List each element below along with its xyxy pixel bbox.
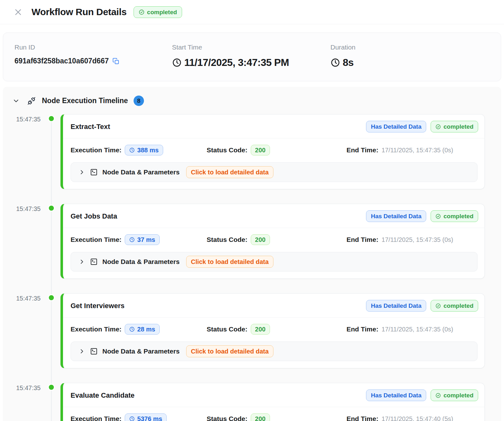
run-id-value: 691af63f258bac10a607d667 xyxy=(14,57,109,65)
chevron-right-icon xyxy=(78,258,85,265)
duration-value: 8s xyxy=(343,57,354,68)
timeline-dot xyxy=(48,294,55,301)
node-name: Evaluate Candidate xyxy=(71,391,366,400)
end-time-value: 17/11/2025, 15:47:35 (0s) xyxy=(381,236,453,243)
clock-icon xyxy=(172,58,182,67)
modal-header: Workflow Run Details completed xyxy=(0,0,504,24)
load-detailed-data-badge[interactable]: Click to load detailed data xyxy=(186,256,273,268)
entry-timestamp: 15:47:35 xyxy=(3,114,41,189)
execution-time-badge: 37 ms xyxy=(125,234,160,245)
has-detailed-data-badge[interactable]: Has Detailed Data xyxy=(366,300,426,312)
node-execution-timeline-section: Node Execution Timeline 8 15:47:35 Extra… xyxy=(3,87,501,421)
end-time-label: End Time: xyxy=(346,415,378,421)
terminal-icon xyxy=(90,168,98,176)
node-data-label: Node Data & Parameters xyxy=(102,168,180,176)
status-code-badge: 200 xyxy=(251,324,270,335)
run-id-label: Run ID xyxy=(14,44,172,51)
entry-timestamp: 15:47:35 xyxy=(3,383,41,421)
timeline-entry: 15:47:35 Extract-Text Has Detailed Data … xyxy=(3,114,501,189)
start-time-value: 11/17/2025, 3:47:35 PM xyxy=(184,57,289,68)
node-count-badge: 8 xyxy=(134,96,144,106)
node-status-badge: completed xyxy=(431,121,478,132)
check-circle-icon xyxy=(139,9,145,15)
timeline-dot xyxy=(48,115,55,122)
status-code-label: Status Code: xyxy=(207,325,248,333)
execution-time-label: Execution Time: xyxy=(71,325,122,333)
check-circle-icon xyxy=(435,213,441,219)
check-circle-icon xyxy=(435,393,441,398)
close-icon[interactable] xyxy=(13,7,23,17)
has-detailed-data-badge[interactable]: Has Detailed Data xyxy=(366,121,426,132)
terminal-icon xyxy=(90,348,98,355)
run-status-badge: completed xyxy=(134,6,182,18)
execution-time-label: Execution Time: xyxy=(71,415,122,421)
node-data-parameters-toggle[interactable]: Node Data & Parameters Click to load det… xyxy=(71,342,478,361)
duration-block: Duration 8s xyxy=(330,44,490,68)
terminal-icon xyxy=(90,258,98,266)
check-circle-icon xyxy=(435,124,441,130)
copy-icon[interactable] xyxy=(112,58,119,65)
has-detailed-data-badge[interactable]: Has Detailed Data xyxy=(366,210,426,222)
node-card: Extract-Text Has Detailed Data completed… xyxy=(60,114,485,189)
node-card: Get Jobs Data Has Detailed Data complete… xyxy=(60,204,485,279)
timeline-dot xyxy=(48,384,55,391)
clock-icon xyxy=(330,58,340,67)
start-time-block: Start Time 11/17/2025, 3:47:35 PM xyxy=(172,44,330,68)
end-time-label: End Time: xyxy=(346,236,378,243)
status-code-badge: 200 xyxy=(251,145,270,155)
chevron-down-icon[interactable] xyxy=(12,97,20,105)
execution-time-label: Execution Time: xyxy=(71,236,122,243)
timeline-entry: 15:47:35 Evaluate Candidate Has Detailed… xyxy=(3,383,501,421)
status-code-label: Status Code: xyxy=(207,146,248,154)
node-data-parameters-toggle[interactable]: Node Data & Parameters Click to load det… xyxy=(71,252,478,272)
node-card: Get Interviewers Has Detailed Data compl… xyxy=(60,293,485,368)
node-status-badge: completed xyxy=(431,389,478,401)
status-code-label: Status Code: xyxy=(207,415,248,421)
node-data-label: Node Data & Parameters xyxy=(102,348,180,355)
duration-label: Duration xyxy=(330,44,490,51)
load-detailed-data-badge[interactable]: Click to load detailed data xyxy=(186,345,273,357)
end-time-value: 17/11/2025, 15:47:35 (0s) xyxy=(381,326,453,333)
node-data-parameters-toggle[interactable]: Node Data & Parameters Click to load det… xyxy=(71,162,478,182)
chevron-right-icon xyxy=(78,169,85,176)
run-info-card: Run ID 691af63f258bac10a607d667 Start Ti… xyxy=(3,32,501,81)
end-time-value: 17/11/2025, 15:47:35 (0s) xyxy=(381,147,453,154)
run-id-block: Run ID 691af63f258bac10a607d667 xyxy=(14,44,172,68)
status-code-badge: 200 xyxy=(251,413,270,421)
execution-time-badge: 28 ms xyxy=(125,324,160,335)
entry-timestamp: 15:47:35 xyxy=(3,204,41,279)
node-name: Get Interviewers xyxy=(71,302,366,310)
has-detailed-data-badge[interactable]: Has Detailed Data xyxy=(366,389,426,401)
end-time-value: 17/11/2025, 15:47:40 (5s) xyxy=(381,415,453,421)
timeline-dot xyxy=(48,205,55,212)
page-title: Workflow Run Details xyxy=(32,7,127,17)
node-status-badge: completed xyxy=(431,210,478,222)
node-status-badge: completed xyxy=(431,300,478,312)
status-code-badge: 200 xyxy=(251,234,270,245)
clock-icon xyxy=(129,326,135,332)
clock-icon xyxy=(129,416,135,421)
node-name: Get Jobs Data xyxy=(71,212,366,220)
check-circle-icon xyxy=(435,303,441,309)
start-time-label: Start Time xyxy=(172,44,330,51)
clock-icon xyxy=(129,147,135,153)
timeline-entry: 15:47:35 Get Jobs Data Has Detailed Data… xyxy=(3,204,501,279)
chevron-right-icon xyxy=(78,348,85,355)
timeline-entry: 15:47:35 Get Interviewers Has Detailed D… xyxy=(3,293,501,368)
plug-icon xyxy=(27,97,36,105)
end-time-label: End Time: xyxy=(346,146,378,154)
clock-icon xyxy=(129,237,135,243)
execution-time-badge: 388 ms xyxy=(125,145,163,155)
load-detailed-data-badge[interactable]: Click to load detailed data xyxy=(186,166,273,178)
node-data-label: Node Data & Parameters xyxy=(102,258,180,266)
node-card: Evaluate Candidate Has Detailed Data com… xyxy=(60,383,485,421)
execution-time-badge: 5376 ms xyxy=(125,413,167,421)
end-time-label: End Time: xyxy=(346,325,378,333)
execution-time-label: Execution Time: xyxy=(71,146,122,154)
status-code-label: Status Code: xyxy=(207,236,248,243)
node-name: Extract-Text xyxy=(71,123,366,131)
section-title: Node Execution Timeline xyxy=(42,96,128,105)
entry-timestamp: 15:47:35 xyxy=(3,293,41,368)
